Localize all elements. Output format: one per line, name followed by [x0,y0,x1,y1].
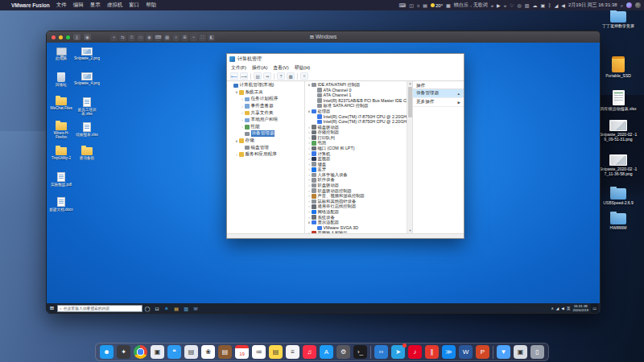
console-tree-icon[interactable]: ▤ [254,72,262,80]
volume-tray-icon[interactable]: ◀ [561,306,564,311]
tree-item[interactable]: ›打印队列 [305,135,407,141]
tree-item[interactable]: ∨系统工具 [227,89,304,97]
sharing-tool-icon[interactable]: ⌗ [172,34,180,41]
tree-item[interactable]: VMware SVGA 3D [305,225,407,231]
network-tray-icon[interactable]: ◢ [556,306,559,311]
control-center-icon[interactable] [635,2,641,8]
menubar-menu-5[interactable]: 帮助 [146,2,156,9]
tree-item[interactable]: ›键盘 [305,162,407,167]
tree-item[interactable]: ›音频输入和输出 [305,231,407,233]
store-icon[interactable]: ▥ [181,306,191,311]
tree-item[interactable]: ∨显示适配器 [305,220,407,225]
snapshot-button[interactable]: ◉ [84,34,91,40]
scrollbar-thumb[interactable] [408,87,412,117]
bluetooth-icon[interactable]: ᛒ [548,3,551,8]
app-name[interactable]: VMware Fusion [11,2,50,8]
cm-menu-1[interactable]: 操作(A) [252,64,267,72]
tree-item[interactable]: 计算机管理(本地) [227,82,304,89]
now-playing-text[interactable]: 独自乐，无歌词 [454,2,488,9]
windows-desktop-icon[interactable]: 新员工培训表.xlsx [74,97,100,117]
tree-item[interactable]: ›软件设备 [305,178,407,183]
dock-launchpad-icon[interactable]: ✦ [117,345,130,359]
tree-item[interactable]: 标准 SATA AHCI 控制器 [305,103,407,109]
tree-item[interactable]: ›人体学输入设备 [305,172,407,178]
dock-vscode-icon[interactable]: ‹› [374,345,388,359]
cortana-icon[interactable]: ◯ [142,306,152,311]
dock-downloads-folder-icon[interactable]: ▼ [497,345,510,359]
tree-item[interactable]: ›网络适配器 [305,209,407,215]
tree-item[interactable]: ›存储控制器 [305,130,407,135]
windows-desktop-icon[interactable]: 新建文档.docx [48,197,74,212]
dock-trash-icon[interactable]: ▯ [530,345,544,359]
tree-item[interactable]: ∨存储 [227,138,304,145]
menubar-menu-4[interactable]: 窗口 [129,2,139,9]
tree-item[interactable]: ›鼠标和其他指针设备 [305,199,407,204]
mac-desktop-icon[interactable]: 四年级运动报表.xlsx [599,90,638,111]
dock-finder-icon[interactable]: ☻ [100,345,114,359]
file-explorer-icon[interactable]: ▤ [171,306,181,311]
mac-desktop-icon[interactable]: 丁丁老师数学竞赛 [599,11,638,28]
keyboard-tool-icon[interactable]: ⌨ [155,34,162,41]
swap-tool-icon[interactable]: ⇆ [119,34,126,41]
properties-icon[interactable]: ⌗ [300,72,308,80]
tree-item[interactable]: ∨处理器 [305,109,407,114]
lock-tool-icon[interactable]: ⚿ [128,34,135,41]
notes-widget-icon[interactable]: ▦ [446,3,451,8]
dock-notes-icon[interactable]: ▤ [269,345,283,359]
task-view-icon[interactable]: ⊡ [152,306,162,311]
tree-item[interactable]: Intel(R) Core(TM) i7-8750H CPU @ 2.20GHz [305,119,407,125]
tree-item[interactable]: ›电池 [305,141,407,146]
tree-item[interactable]: ›蓝牙 [305,167,407,173]
back-icon[interactable]: ⟵ [230,72,238,80]
windows-desktop-icon[interactable]: Snipaste_2.png [74,47,100,60]
fullscreen-tool-icon[interactable]: ⛶ [199,34,206,41]
edge-icon[interactable]: e [162,306,171,311]
windows-desktop-icon[interactable]: WeChat Files [48,97,74,110]
dock-notebook-icon[interactable]: ▤ [218,345,232,359]
menubar-menu-2[interactable]: 显示 [90,2,101,9]
cloud-sync-icon[interactable]: ☁ [532,3,537,8]
dock-photos-icon[interactable]: ❀ [201,345,215,359]
windows-desktop-icon[interactable]: Snipaste_4.png [74,72,100,85]
pause-vm-button[interactable]: ∥ [73,34,80,40]
cm-menu-0[interactable]: 文件(F) [231,64,246,72]
tree-item[interactable]: ›端口 (COM 和 LPT) [305,146,407,151]
devices-tool-icon[interactable]: ▦ [163,34,171,41]
tree-item[interactable]: ›软盘驱动器 [305,183,407,188]
tree-item[interactable]: Intel(R) 82371AB/EB PCI Bus Master IDE C… [305,98,407,104]
tree-item[interactable]: ›任务计划程序 [227,96,304,103]
windows-desktop-icon[interactable]: Wines-H-Firefox [48,122,74,140]
tree-item[interactable]: ›监视器 [305,156,407,162]
help-icon[interactable]: ? [277,72,285,80]
mac-desktop-icon[interactable]: HW866M [599,213,638,230]
tree-item[interactable]: ›声音、视频和游戏控制器 [305,193,407,199]
tree-item[interactable]: ›共享文件夹 [227,109,304,117]
record-icon[interactable]: ◎ [517,3,521,8]
windows-desktop-icon[interactable]: 回收站 [48,72,74,87]
taskbar-search-input[interactable]: ⌕ 在这里输入你要搜索的内容 [57,305,142,312]
menubar-menu-0[interactable]: 文件 [56,2,67,9]
dock-parallels-icon[interactable]: ∥ [425,345,439,359]
display-mirror-icon[interactable]: ◫ [409,3,414,8]
hidden-icons-chevron[interactable]: ∧ [551,306,553,311]
dock-powerpoint-icon[interactable]: P [476,345,489,359]
start-button[interactable]: ⊞ [47,305,57,311]
cm-menu-3[interactable]: 帮助(H) [295,64,311,72]
tree-item[interactable]: ATA Channel 0 [305,88,407,93]
mac-desktop-icon[interactable]: Portable_SSD [599,56,638,78]
export-icon[interactable]: ⇒ [263,72,271,80]
dock-preview-icon[interactable]: ▣ [151,345,164,359]
windows-desktop-icon[interactable]: 此电脑 [48,47,74,60]
previous-track-icon[interactable]: « [491,3,493,8]
dock-music-icon[interactable]: ♫ [303,345,316,359]
windows-desktop-icon[interactable]: 实验数据.pdf [48,172,74,187]
mac-desktop-icon[interactable]: Snipaste_2020-02 -19_09-51-31.png [599,120,638,142]
tree-item[interactable]: ›计算机 [305,151,407,157]
dock-chrome-icon[interactable] [134,345,147,359]
cm-titlebar[interactable]: 计算机管理 [227,54,464,64]
vmware-titlebar[interactable]: ∥◉ ⌖⇆⚿▭◉⌨▦⌗⊞⌁⛶◧ ⊞ Windows [47,31,600,43]
scroll-up-icon[interactable]: ▲ [407,81,413,86]
weather-widget[interactable]: 20° [431,3,443,8]
vmware-menu-icon[interactable]: ▣ [540,3,545,8]
actions-more[interactable]: 更多操作▶ [413,98,464,107]
